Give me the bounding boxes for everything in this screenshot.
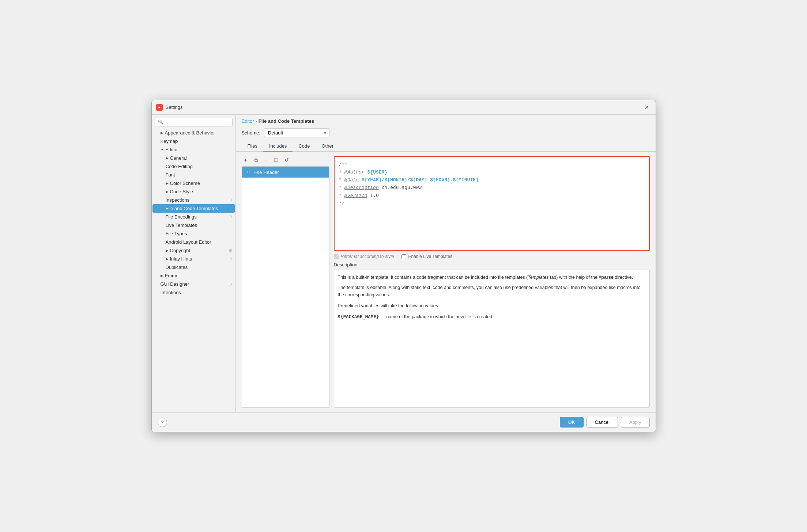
sidebar-item-general[interactable]: ▶ General [152, 154, 235, 162]
code-line-1: /** [339, 161, 645, 169]
breadcrumb-separator: › [255, 118, 257, 124]
breadcrumb-parent[interactable]: Editor [242, 118, 254, 124]
chevron-right-icon: ▶ [166, 248, 169, 252]
apply-button[interactable]: Apply [621, 417, 650, 428]
add-template-button[interactable]: + [242, 156, 250, 164]
chevron-right-icon: ▶ [166, 190, 169, 194]
sidebar-item-file-types[interactable]: File Types [152, 229, 235, 238]
sidebar-item-editor[interactable]: ▼ Editor [152, 145, 235, 154]
reformat-checkbox[interactable] [334, 254, 339, 259]
settings-icon: ⊞ [229, 248, 232, 253]
tab-includes[interactable]: Includes [263, 141, 293, 152]
description-var-row-1: ${PACKAGE_NAME} name of the package in w… [338, 313, 493, 320]
sidebar-item-android-layout-editor[interactable]: Android Layout Editor [152, 238, 235, 246]
code-line-6: */ [339, 200, 645, 208]
sidebar-item-code-style[interactable]: ▶ Code Style [152, 187, 235, 196]
description-text-3: Predefined variables will take the follo… [338, 302, 646, 309]
tab-files[interactable]: Files [242, 141, 263, 152]
sidebar-item-emmet[interactable]: ▶ Emmet [152, 271, 235, 280]
sidebar-item-label: Font [166, 172, 175, 178]
search-box[interactable]: 🔍 [155, 118, 233, 126]
help-button[interactable]: ? [158, 418, 167, 427]
sidebar-item-file-and-code-templates[interactable]: File and Code Templates [152, 204, 235, 213]
sidebar-item-file-encodings[interactable]: File Encodings ⊞ [152, 213, 235, 221]
sidebar-item-label: Emmet [165, 273, 180, 278]
sidebar-item-duplicates[interactable]: Duplicates [152, 263, 235, 271]
sidebar-item-label: File Encodings [166, 214, 197, 220]
sidebar-item-label: Inlay Hints [170, 256, 192, 262]
live-templates-checkbox[interactable] [401, 254, 406, 259]
tabs-row: Files Includes Code Other [236, 141, 656, 152]
settings-icon: ⊞ [229, 198, 232, 202]
chevron-right-icon: ▶ [161, 131, 163, 135]
tab-code[interactable]: Code [293, 141, 316, 152]
sidebar-item-color-scheme[interactable]: ▶ Color Scheme [152, 179, 235, 187]
revert-template-button[interactable]: ↺ [283, 156, 291, 164]
main-content: Editor › File and Code Templates Scheme:… [236, 115, 656, 412]
template-list-item[interactable]: H File Header [242, 167, 329, 178]
breadcrumb: Editor › File and Code Templates [236, 115, 656, 127]
bottom-buttons: OK Cancel Apply [560, 417, 650, 428]
description-section: Description: This is a built-in template… [334, 262, 650, 408]
scheme-select[interactable]: Default Project [264, 128, 330, 137]
close-button[interactable]: ✕ [642, 103, 651, 111]
ok-button[interactable]: OK [560, 417, 584, 428]
remove-template-button[interactable]: − [262, 156, 270, 164]
sidebar-item-label: Code Editing [166, 164, 193, 169]
template-list-item-label: File Header [254, 170, 279, 175]
chevron-down-icon: ▼ [161, 148, 164, 152]
app-icon: ● [156, 104, 163, 111]
cancel-button[interactable]: Cancel [587, 417, 618, 428]
tab-other[interactable]: Other [316, 141, 339, 152]
copy-template-button[interactable]: ⧉ [252, 156, 260, 164]
sidebar-item-label: Inspections [166, 197, 190, 203]
duplicate-template-button[interactable]: ❐ [272, 156, 280, 164]
dialog-title: Settings [166, 104, 642, 110]
options-row: Reformat according to style Enable Live … [334, 251, 650, 262]
sidebar-item-label: File and Code Templates [166, 206, 218, 211]
file-header-icon: H [246, 169, 252, 175]
template-toolbar: + ⧉ − ❐ ↺ [242, 156, 329, 164]
bottom-bar: ? OK Cancel Apply [152, 412, 656, 432]
sidebar-item-keymap[interactable]: Keymap [152, 137, 235, 145]
chevron-right-icon: ▶ [166, 257, 169, 261]
search-input[interactable] [166, 119, 229, 125]
settings-icon: ⊞ [229, 214, 232, 219]
chevron-right-icon: ▶ [161, 274, 163, 278]
sidebar-item-label: File Types [166, 231, 187, 236]
sidebar-item-live-templates[interactable]: Live Templates [152, 221, 235, 229]
scheme-select-wrapper: Default Project [264, 128, 330, 137]
code-line-3: * @Date ${YEAR}/${MONTH}/${DAY} ${HOUR}:… [339, 176, 645, 184]
sidebar-item-appearance[interactable]: ▶ Appearance & Behavior [152, 129, 235, 137]
sidebar-item-label: General [170, 155, 187, 161]
chevron-right-icon: ▶ [166, 181, 169, 185]
description-italic-1: Templates [528, 275, 548, 280]
scheme-label: Scheme: [242, 130, 260, 136]
sidebar-item-label: Android Layout Editor [166, 239, 211, 245]
code-line-2: * @Author ${USER} [339, 169, 645, 176]
sidebar-item-label: Duplicates [166, 265, 188, 270]
chevron-right-icon: ▶ [166, 156, 169, 160]
code-editor[interactable]: /** * @Author ${USER} * @Date ${YEAR}/${… [334, 156, 650, 251]
sidebar-item-copyright[interactable]: ▶ Copyright ⊞ [152, 246, 235, 255]
description-vars-table: ${PACKAGE_NAME} name of the package in w… [338, 313, 493, 320]
sidebar-item-label: GUI Designer [161, 281, 189, 287]
live-templates-label: Enable Live Templates [408, 254, 453, 259]
sidebar-item-gui-designer[interactable]: GUI Designer ⊞ [152, 280, 235, 288]
sidebar-item-label: Code Style [170, 189, 193, 194]
settings-icon: ⊞ [229, 282, 232, 286]
code-line-5: * @version 1.0 [339, 192, 645, 200]
description-text-2: The template is editable. Along with sta… [338, 284, 646, 299]
editor-panel: /** * @Author ${USER} * @Date ${YEAR}/${… [334, 156, 650, 408]
sidebar-item-intentions[interactable]: Intentions [152, 288, 235, 297]
sidebar-item-label: Appearance & Behavior [165, 130, 215, 136]
content-area: + ⧉ − ❐ ↺ H File Header [236, 152, 656, 412]
sidebar-item-font[interactable]: Font [152, 171, 235, 179]
sidebar-item-inlay-hints[interactable]: ▶ Inlay Hints ⊞ [152, 255, 235, 263]
reformat-checkbox-row: Reformat according to style [334, 254, 394, 259]
settings-icon: ⊞ [229, 256, 232, 261]
reformat-label: Reformat according to style [341, 254, 394, 259]
description-label: Description: [334, 262, 650, 267]
sidebar-item-inspections[interactable]: Inspections ⊞ [152, 196, 235, 204]
sidebar-item-code-editing[interactable]: Code Editing [152, 162, 235, 171]
